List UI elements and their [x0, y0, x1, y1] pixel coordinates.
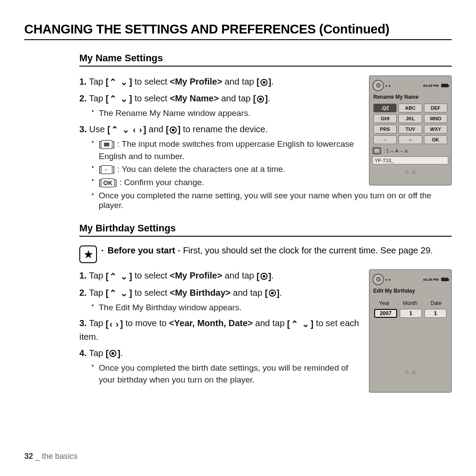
year-value: 2007	[374, 309, 397, 318]
key-wxy: WXY	[424, 125, 447, 134]
updown-icon: ⌃ ⌄	[109, 93, 128, 105]
lr-icon: ‹ ›	[109, 318, 119, 331]
key-def: DEF	[424, 104, 447, 112]
select-icon	[269, 290, 276, 297]
key-abc: ABC	[398, 104, 422, 112]
mode-button-icon	[372, 147, 381, 154]
select-icon	[109, 350, 116, 357]
select-icon	[260, 79, 268, 86]
before-you-start-text: ▪Before you start - First, you should se…	[101, 245, 452, 256]
updown-icon: ⌃ ⌄	[109, 76, 128, 89]
device-birthday-screenshot: ⚙ ▸ ● 04:29 PM Edit My Birthday Year Mon…	[369, 269, 452, 393]
date-value: 1	[424, 309, 446, 318]
back-key-icon: ←	[101, 165, 112, 174]
select-icon	[257, 96, 264, 103]
key-mno: MNO	[424, 114, 447, 123]
battery-icon	[441, 84, 448, 87]
updownlr-icon: ⌃ ⌄ ‹ ›	[111, 123, 142, 136]
key-back: ←	[373, 135, 397, 144]
updown-icon: ⌃ ⌄	[109, 287, 128, 300]
select-icon	[260, 273, 268, 280]
ok-key-icon: OK	[101, 178, 115, 187]
page-footer: 32 _ the basics	[24, 452, 78, 461]
updown-icon: ⌃ ⌄	[291, 318, 310, 331]
key-qz: .QZ	[373, 104, 397, 112]
star-icon: ★	[79, 245, 97, 263]
mode-icon	[101, 140, 112, 149]
key-jkl: JKL	[398, 114, 422, 123]
select-icon	[170, 126, 177, 134]
section1-steps: 1. Tap [⌃ ⌄] to select <My Profile> and …	[79, 75, 360, 192]
gear-icon: ⚙	[372, 274, 384, 285]
device-rename-screenshot: ⚙ ▸ ● 04:29 PM Rename My Name .QZ ABC DE…	[369, 75, 452, 186]
section-title-my-birthday: My Birthday Settings	[79, 223, 452, 237]
key-ok: OK	[424, 135, 447, 144]
key-prs: PRS	[373, 125, 397, 134]
key-ghi: GHI	[373, 114, 397, 123]
key-tuv: TUV	[398, 125, 422, 134]
page-title: CHANGING THE SETTINGS AND PREFERENCES (C…	[24, 22, 452, 40]
key-dash: –	[398, 135, 422, 144]
section2-steps: 1. Tap [⌃ ⌄] to select <My Profile> and …	[79, 269, 360, 390]
month-value: 1	[400, 309, 422, 318]
updown-icon: ⌃ ⌄	[109, 270, 128, 283]
section-title-my-name: My Name Settings	[79, 52, 452, 67]
gear-icon: ⚙	[372, 80, 384, 91]
battery-icon	[441, 278, 448, 281]
name-input-value: YP-T10_	[372, 156, 448, 164]
